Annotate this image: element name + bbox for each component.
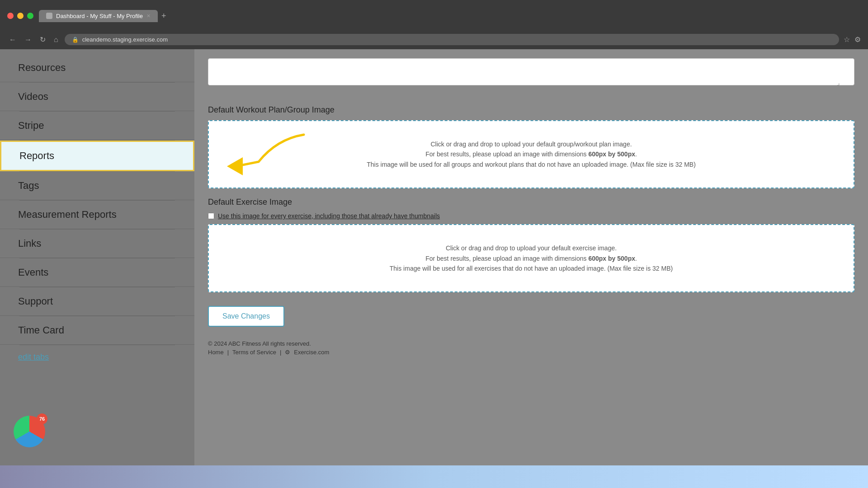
footer-links: Home | Terms of Service | ⚙ Exercise.com — [208, 349, 854, 356]
edit-tabs-link[interactable]: edit tabs — [0, 345, 194, 369]
footer-divider2: | — [280, 349, 281, 356]
save-changes-button[interactable]: Save Changes — [208, 306, 284, 327]
minimize-button[interactable] — [17, 13, 24, 19]
badge-circle: 76 — [14, 416, 45, 447]
exercise-upload-text3: This image will be used for all exercise… — [390, 263, 673, 273]
exercise-upload-text1: Click or drag and drop to upload your de… — [446, 243, 617, 253]
tab-title: Dashboard - My Stuff - My Profile — [56, 13, 143, 19]
sidebar-item-tags[interactable]: Tags — [0, 172, 194, 200]
exercise-image-title: Default Exercise Image — [208, 197, 854, 207]
sidebar-item-label: Reports — [19, 150, 54, 161]
workout-upload-text2: For best results, please upload an image… — [425, 149, 637, 159]
checkbox-row: Use this image for every exercise, inclu… — [208, 212, 854, 220]
workout-upload-text3: This image will be used for all groups a… — [367, 160, 696, 169]
badge-overlay[interactable]: 76 — [14, 416, 50, 452]
workout-upload-text1: Click or drag and drop to upload your de… — [430, 139, 632, 149]
bottom-gradient-bar — [0, 465, 868, 488]
sidebar-item-stripe[interactable]: Stripe — [0, 112, 194, 140]
sidebar-item-reports[interactable]: Reports — [0, 141, 194, 171]
sidebar-item-label: Videos — [18, 91, 48, 102]
sidebar-item-label: Tags — [18, 180, 39, 191]
exercise-upload-text2: For best results, please upload an image… — [425, 253, 637, 263]
new-tab-button[interactable]: + — [161, 11, 166, 21]
address-bar[interactable]: 🔒 cleandemo.staging.exercise.com — [65, 34, 839, 45]
lock-icon: 🔒 — [72, 37, 79, 43]
back-button[interactable]: ← — [7, 34, 18, 46]
workout-image-section: Default Workout Plan/Group Image Click o… — [208, 105, 854, 188]
exercise-checkbox[interactable] — [208, 213, 214, 219]
page-layout: Resources Videos Stripe Reports Tags Mea… — [0, 49, 868, 486]
exercise-upload-box[interactable]: Click or drag and drop to upload your de… — [208, 224, 854, 292]
footer-tos-link[interactable]: Terms of Service — [232, 349, 276, 356]
close-button[interactable] — [7, 13, 14, 19]
sidebar-item-videos[interactable]: Videos — [0, 83, 194, 111]
reload-button[interactable]: ↻ — [38, 33, 47, 46]
sidebar-item-measurement-reports[interactable]: Measurement Reports — [0, 201, 194, 229]
badge-count: 76 — [37, 413, 47, 424]
sidebar-item-label: Links — [18, 238, 41, 249]
top-textarea[interactable] — [208, 58, 854, 85]
sidebar-item-label: Resources — [18, 62, 66, 73]
sidebar-item-links[interactable]: Links — [0, 230, 194, 258]
exercise-image-section: Default Exercise Image Use this image fo… — [208, 197, 854, 292]
sidebar-item-time-card[interactable]: Time Card — [0, 316, 194, 345]
main-content: ⌟ Default Workout Plan/Group Image Click… — [194, 49, 868, 486]
sidebar-item-events[interactable]: Events — [0, 258, 194, 287]
footer-divider1: | — [227, 349, 229, 356]
footer-copyright: © 2024 ABC Fitness All rights reserved. — [208, 340, 854, 347]
arrow-annotation — [222, 130, 313, 186]
resize-handle-icon: ⌟ — [837, 79, 840, 86]
sidebar-item-resources[interactable]: Resources — [0, 54, 194, 82]
address-bar-row: ← → ↻ ⌂ 🔒 cleandemo.staging.exercise.com… — [0, 32, 868, 49]
bookmark-button[interactable]: ☆ — [844, 35, 850, 44]
sidebar-item-label: Events — [18, 267, 48, 278]
tab-close-icon[interactable]: ✕ — [146, 13, 151, 19]
workout-image-title: Default Workout Plan/Group Image — [208, 105, 854, 115]
tab-favicon — [46, 13, 52, 19]
footer-exercise-link[interactable]: Exercise.com — [294, 349, 329, 356]
footer-area: © 2024 ABC Fitness All rights reserved. … — [208, 340, 854, 365]
home-button[interactable]: ⌂ — [52, 34, 60, 46]
svg-marker-0 — [227, 157, 243, 175]
workout-upload-box[interactable]: Click or drag and drop to upload your de… — [208, 120, 854, 188]
forward-button[interactable]: → — [23, 34, 33, 46]
checkbox-label[interactable]: Use this image for every exercise, inclu… — [218, 212, 440, 220]
maximize-button[interactable] — [27, 13, 33, 19]
browser-actions: ☆ ⚙ — [844, 35, 861, 44]
tab-bar: Dashboard - My Stuff - My Profile ✕ + — [39, 10, 861, 22]
workout-upload-prefix: For best results, please upload an image… — [425, 150, 588, 158]
sidebar-item-label: Support — [18, 296, 53, 307]
sidebar-item-support[interactable]: Support — [0, 287, 194, 316]
workout-upload-dimensions: 600px by 500px — [588, 150, 635, 158]
sidebar-item-label: Measurement Reports — [18, 209, 117, 220]
active-tab[interactable]: Dashboard - My Stuff - My Profile ✕ — [39, 10, 158, 22]
sidebar-item-label: Time Card — [18, 324, 64, 336]
footer-exercise-icon: ⚙ — [285, 349, 290, 356]
url-text: cleandemo.staging.exercise.com — [82, 36, 168, 43]
traffic-lights — [7, 13, 33, 19]
footer-home-link[interactable]: Home — [208, 349, 224, 356]
browser-chrome: Dashboard - My Stuff - My Profile ✕ + — [0, 0, 868, 32]
sidebar-item-label: Stripe — [18, 120, 44, 131]
extensions-button[interactable]: ⚙ — [854, 35, 861, 44]
